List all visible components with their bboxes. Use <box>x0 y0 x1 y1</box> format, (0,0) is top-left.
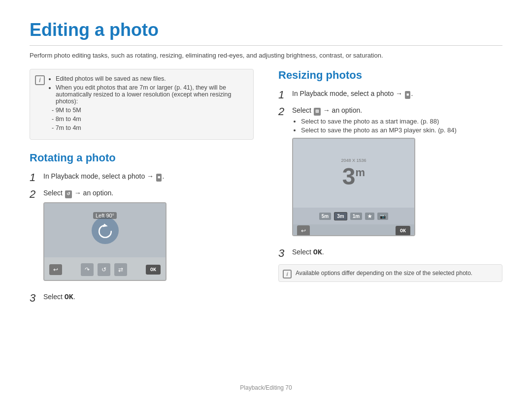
resize-screen-main: 2048 X 1536 3m <box>293 139 414 208</box>
resize-screen-mid: 5m 3m 1m ★ 📷 <box>293 208 414 224</box>
resize-step-num-2: 2 <box>278 105 288 118</box>
left90-label: Left 90° <box>93 212 117 219</box>
page-title: Editing a photo <box>30 20 502 46</box>
rotate-step-3: 3 Select OK. <box>30 292 254 305</box>
rotate-icons-row: ↷ ↺ ⇄ <box>81 263 127 276</box>
rotate-step-2: 2 Select ↺ → an option. Left 90° <box>30 188 254 288</box>
note-box: i Edited photos will be saved as new fil… <box>30 69 254 140</box>
mp-cam-btn[interactable]: 📷 <box>377 213 388 220</box>
resize-note-text: Available options differ depending on th… <box>296 270 472 277</box>
resizing-title: Resizing photos <box>278 69 502 82</box>
resolution-label: 2048 X 1536 <box>341 158 366 163</box>
mp-3m-btn[interactable]: 3m <box>334 212 347 220</box>
note-item-2: When you edit photos that are 7m or larg… <box>56 84 246 105</box>
resize-bullet-1: Select to save the photo as a start imag… <box>301 118 502 125</box>
resize-step-num-1: 1 <box>278 89 288 101</box>
back-button[interactable]: ↩ <box>49 264 62 275</box>
ok-label-resize: OK <box>313 248 322 257</box>
rotate-step-1: 1 In Playback mode, select a photo → ■. <box>30 171 254 184</box>
resize-screen-bottom: ↩ OK <box>293 224 414 236</box>
note-sub-3: 7m to 4m <box>52 124 246 131</box>
rotate-step-1-content: In Playback mode, select a photo → ■. <box>43 171 254 182</box>
resize-step-1: 1 In Playback mode, select a photo → ■. <box>278 89 502 101</box>
note-item-1: Edited photos will be saved as new files… <box>56 75 246 82</box>
back-button-resize[interactable]: ↩ <box>297 225 310 236</box>
ok-button-rotate[interactable]: OK <box>146 265 161 275</box>
rotate-arrow-icon <box>92 217 119 244</box>
step-num-3: 3 <box>30 292 39 305</box>
rotate-screen-main: Left 90° <box>44 203 166 257</box>
resize-step-2-content: Select ⊞ → an option. Select to save the… <box>292 105 502 243</box>
resize-note-icon: i <box>283 270 292 278</box>
resize-step-num-3: 3 <box>278 247 288 260</box>
rotating-title: Rotating a photo <box>30 152 254 164</box>
rotate-screen-bottom: ↩ ↷ ↺ ⇄ OK <box>44 257 166 281</box>
rotate-step-3-content: Select OK. <box>43 292 254 304</box>
rotate-svg <box>97 222 114 239</box>
resize-step-1-content: In Playback mode, select a photo → ■. <box>292 89 502 99</box>
edit-icon-2: ■ <box>405 91 410 99</box>
rotate-step-2-content: Select ↺ → an option. Left 90° <box>43 188 254 288</box>
rotate-icon: ↺ <box>65 190 72 198</box>
mp-5m-btn[interactable]: 5m <box>319 213 331 220</box>
resize-bullet-2: Select to save the photo as an MP3 playe… <box>301 126 502 134</box>
ok-button-resize-screen[interactable]: OK <box>396 226 410 236</box>
step-num-1: 1 <box>30 171 39 184</box>
big-mp-label: 3m <box>342 165 365 188</box>
page-subtitle: Perform photo editing tasks, such as rot… <box>30 52 502 59</box>
resize-note-box: i Available options differ depending on … <box>278 264 502 282</box>
left-column: i Edited photos will be saved as new fil… <box>30 69 254 309</box>
rotate-screen-mockup: Left 90° ↩ ↷ <box>43 202 166 281</box>
right-column: Resizing photos 1 In Playback mode, sele… <box>278 69 502 309</box>
note-sub-1: 9M to 5M <box>52 107 246 114</box>
cw-icon[interactable]: ↷ <box>81 263 94 276</box>
footer: Playback/Editing 70 <box>0 384 532 391</box>
ccw-icon[interactable]: ↺ <box>98 263 110 276</box>
resize-step-2: 2 Select ⊞ → an option. Select to save t… <box>278 105 502 243</box>
mp-star-btn[interactable]: ★ <box>365 213 374 220</box>
ok-label-rotate: OK <box>65 293 73 302</box>
resize-step-3-content: Select OK. <box>292 247 502 259</box>
resize-screen-mockup: 2048 X 1536 3m 5m 3m 1m ★ 📷 ↩ OK <box>292 138 415 236</box>
note-icon: i <box>35 75 45 85</box>
edit-icon-1: ■ <box>156 174 162 182</box>
mp-1m-btn[interactable]: 1m <box>350 213 362 220</box>
step-num-2: 2 <box>30 188 39 201</box>
resize-icon: ⊞ <box>314 108 321 116</box>
flip-icon[interactable]: ⇄ <box>114 263 127 276</box>
resize-step-3: 3 Select OK. <box>278 247 502 260</box>
note-sub-2: 8m to 4m <box>52 116 246 123</box>
